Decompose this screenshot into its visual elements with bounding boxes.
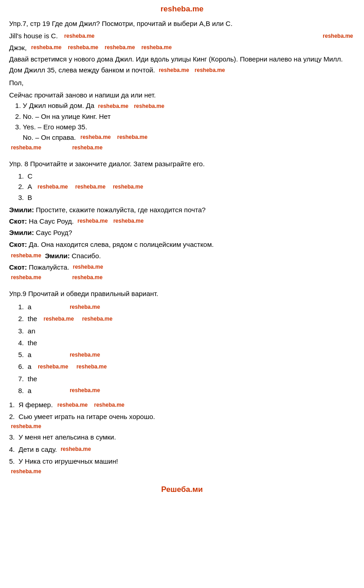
- upr9-title: Упр.9 Прочитай и обведи правильный вариа…: [9, 288, 355, 299]
- upr9-ans-7: the: [28, 375, 37, 383]
- watermark-6: resheba.me: [142, 43, 172, 52]
- watermark-10: resheba.me: [134, 102, 164, 111]
- dialog-text-5: Спасибо.: [71, 251, 101, 261]
- watermark-32: resheba.me: [94, 401, 125, 409]
- upr9-ans-4: the: [28, 339, 37, 347]
- watermark-1: resheba.me: [64, 32, 95, 41]
- dialog-text-6: Пожалуйста.: [29, 262, 69, 272]
- list-item: No. – Он на улице Кинг. Нет: [23, 111, 355, 122]
- watermark-3: resheba.me: [31, 43, 62, 52]
- dialog-text-4: Да. Она находится слева, рядом с полицей…: [29, 239, 213, 250]
- dialog-speaker-2: Скот:: [9, 216, 27, 226]
- watermark-8: resheba.me: [195, 66, 225, 75]
- upr9-trans-2: Сью умеет играть на гитаре очень хорошо.: [19, 413, 155, 420]
- watermark-12: resheba.me: [117, 133, 147, 142]
- upr7-name2: Пол,: [9, 77, 24, 88]
- dialog-speaker-6: Скот:: [9, 262, 27, 272]
- upr9-trans-1: Я фермер.: [19, 401, 53, 409]
- dialog-speaker-3: Эмили:: [9, 227, 34, 238]
- dialog-text-2: На Саус Роуд.: [29, 216, 74, 226]
- watermark-25: resheba.me: [44, 315, 74, 323]
- dialog-speaker-5: Эмили:: [45, 251, 70, 261]
- watermark-33: resheba.me: [11, 422, 41, 431]
- upr8-answer-1: С: [28, 171, 33, 181]
- list-item: No. – Он справа. resheba.me resheba.me: [23, 132, 355, 143]
- upr8-title: Упр. 8 Прочитайте и закончите диалог. За…: [9, 159, 355, 169]
- upr9-ans-3: an: [28, 327, 35, 335]
- watermark-7: resheba.me: [159, 66, 189, 75]
- upr7-title: Упр.7, стр 19 Где дом Джил? Посмотри, пр…: [9, 18, 355, 29]
- upr9-trans-5: У Ника сто игрушечных машин!: [19, 457, 118, 465]
- watermark-35: resheba.me: [11, 467, 41, 476]
- dialog-speaker-1: Эмили:: [9, 205, 34, 215]
- list-item: Yes. – Его номер 35.: [23, 122, 355, 132]
- watermark-4: resheba.me: [68, 43, 98, 52]
- watermark-21: resheba.me: [73, 263, 103, 271]
- watermark-34: resheba.me: [61, 445, 91, 454]
- watermark-20: resheba.me: [11, 251, 41, 260]
- watermark-30: resheba.me: [70, 386, 100, 395]
- list-item: У Джил новый дом. Да resheba.me resheba.…: [23, 100, 355, 111]
- watermark-26: resheba.me: [82, 315, 112, 323]
- watermark-11: resheba.me: [81, 133, 111, 142]
- watermark-23: resheba.me: [72, 273, 103, 282]
- upr9-ans-1: a: [28, 303, 31, 311]
- watermark-29: resheba.me: [76, 363, 107, 371]
- watermark-27: resheba.me: [70, 351, 100, 359]
- watermark-19: resheba.me: [113, 217, 144, 225]
- dialog: Эмили: Простите, скажите пожалуйста, где…: [9, 205, 355, 282]
- upr9-trans-4: Дети в саду.: [19, 445, 57, 453]
- upr7-answer1: Jill's house is C.: [9, 31, 58, 41]
- upr9-ans-6: a: [28, 363, 31, 370]
- upr8-section: Упр. 8 Прочитайте и закончите диалог. За…: [9, 159, 355, 282]
- watermark-16: resheba.me: [75, 183, 106, 191]
- upr8-answer-3: B: [28, 192, 32, 203]
- upr9-ans-2: the: [28, 315, 37, 322]
- watermark-18: resheba.me: [77, 217, 108, 225]
- footer: Решеба.ми: [9, 485, 355, 494]
- upr7-name: Джэк,: [9, 42, 27, 53]
- watermark-22: resheba.me: [11, 273, 41, 282]
- watermark-5: resheba.me: [105, 43, 135, 52]
- site-header: resheba.me: [9, 5, 355, 14]
- upr8-answer-2: A: [28, 181, 32, 192]
- watermark-17: resheba.me: [113, 183, 143, 191]
- dialog-speaker-4: Скот:: [9, 239, 27, 250]
- watermark-14: resheba.me: [72, 143, 103, 152]
- upr7-subtitle: Сейчас прочитай заново и напиши да или н…: [9, 90, 355, 100]
- watermark-24: resheba.me: [70, 303, 100, 312]
- upr7-section: Упр.7, стр 19 Где дом Джил? Посмотри, пр…: [9, 18, 355, 152]
- dialog-text-1: Простите, скажите пожалуйста, где находи…: [36, 205, 206, 215]
- upr9-trans-3: У меня нет апельсина в сумки.: [19, 433, 116, 441]
- watermark-9: resheba.me: [98, 102, 129, 111]
- watermark-2: resheba.me: [323, 32, 353, 41]
- upr7-list: У Джил новый дом. Да resheba.me resheba.…: [23, 100, 355, 143]
- upr9-section: Упр.9 Прочитай и обведи правильный вариа…: [9, 288, 355, 476]
- dialog-text-3: Саус Роуд?: [36, 227, 72, 238]
- watermark-31: resheba.me: [57, 401, 88, 409]
- watermark-15: resheba.me: [38, 183, 68, 191]
- upr9-ans-5: a: [28, 351, 31, 358]
- watermark-28: resheba.me: [38, 363, 68, 371]
- watermark-13: resheba.me: [11, 143, 41, 152]
- upr9-ans-8: a: [28, 387, 31, 394]
